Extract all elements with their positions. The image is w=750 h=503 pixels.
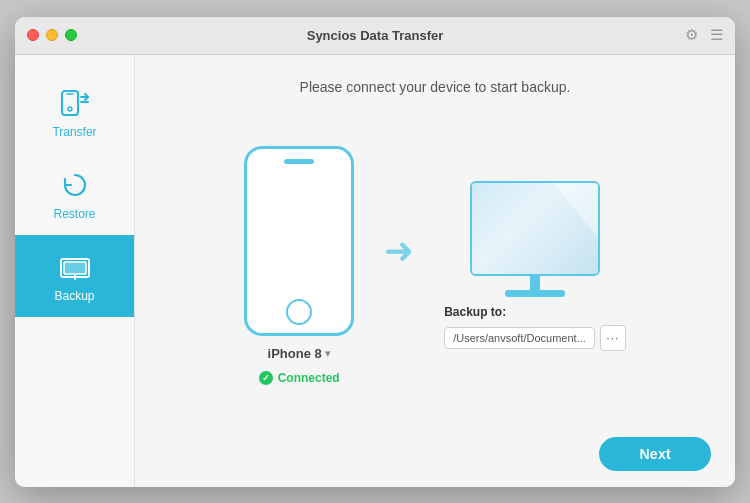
device-status: ✓ Connected xyxy=(259,371,340,385)
device-area: iPhone 8 ▾ ✓ Connected ➜ xyxy=(135,105,735,437)
close-button[interactable] xyxy=(27,29,39,41)
menu-icon[interactable]: ☰ xyxy=(710,26,723,44)
sidebar-item-restore-label: Restore xyxy=(53,207,95,221)
monitor-stand xyxy=(470,276,600,297)
backup-path-row: /Users/anvsoft/Document... ··· xyxy=(444,325,626,351)
status-check-icon: ✓ xyxy=(259,371,273,385)
chevron-down-icon: ▾ xyxy=(325,347,331,360)
source-device-container: iPhone 8 ▾ ✓ Connected xyxy=(244,146,354,385)
content-footer: Next xyxy=(135,437,735,487)
monitor-illustration xyxy=(470,181,600,276)
sidebar-item-backup-label: Backup xyxy=(54,289,94,303)
titlebar: Syncios Data Transfer ⚙ ☰ xyxy=(15,17,735,55)
app-window: Syncios Data Transfer ⚙ ☰ Transfer xyxy=(15,17,735,487)
device-name: iPhone 8 xyxy=(268,346,322,361)
destination-device-container: Backup to: /Users/anvsoft/Document... ··… xyxy=(444,181,626,351)
iphone-illustration xyxy=(244,146,354,336)
content-area: Please connect your device to start back… xyxy=(135,55,735,487)
backup-path-display: /Users/anvsoft/Document... xyxy=(444,327,595,349)
monitor-base xyxy=(505,290,565,297)
backup-icon xyxy=(59,251,91,283)
transfer-icon xyxy=(59,87,91,119)
backup-to-label: Backup to: xyxy=(444,305,626,319)
restore-icon xyxy=(59,169,91,201)
sidebar: Transfer Restore Backup xyxy=(15,55,135,487)
settings-icon[interactable]: ⚙ xyxy=(685,26,698,44)
minimize-button[interactable] xyxy=(46,29,58,41)
sidebar-item-restore[interactable]: Restore xyxy=(15,153,134,235)
svg-point-2 xyxy=(68,107,72,111)
main-layout: Transfer Restore Backup xyxy=(15,55,735,487)
backup-info: Backup to: /Users/anvsoft/Document... ··… xyxy=(444,305,626,351)
monitor-wrapper xyxy=(470,181,600,297)
maximize-button[interactable] xyxy=(65,29,77,41)
monitor-glare xyxy=(553,183,598,238)
sidebar-item-transfer-label: Transfer xyxy=(52,125,96,139)
titlebar-actions: ⚙ ☰ xyxy=(685,26,723,44)
content-header: Please connect your device to start back… xyxy=(135,55,735,105)
device-status-label: Connected xyxy=(278,371,340,385)
monitor-screen xyxy=(472,183,598,274)
traffic-lights xyxy=(27,29,77,41)
device-selector[interactable]: iPhone 8 ▾ xyxy=(268,346,331,361)
svg-rect-6 xyxy=(64,262,86,274)
sidebar-item-backup[interactable]: Backup xyxy=(15,235,134,317)
window-title: Syncios Data Transfer xyxy=(307,28,444,43)
sidebar-item-transfer[interactable]: Transfer xyxy=(15,71,134,153)
monitor-neck xyxy=(530,276,540,290)
transfer-arrow-icon: ➜ xyxy=(384,230,414,272)
next-button[interactable]: Next xyxy=(599,437,711,471)
more-options-button[interactable]: ··· xyxy=(600,325,626,351)
